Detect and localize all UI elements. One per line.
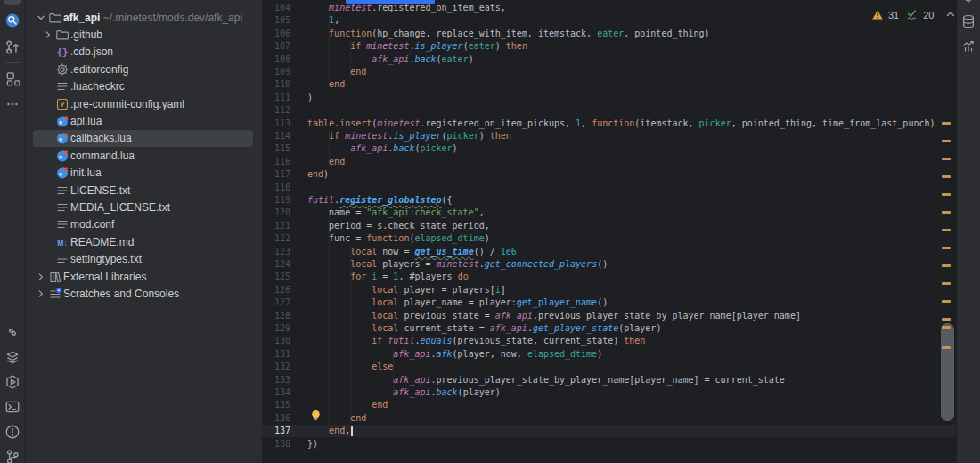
more-tools-icon[interactable] bbox=[4, 96, 20, 112]
tree-item-readme-md[interactable]: M↓README.md bbox=[26, 233, 262, 250]
git-branch-icon[interactable] bbox=[4, 449, 20, 463]
tree-item--luacheckrc[interactable]: .luacheckrc bbox=[26, 78, 262, 95]
tree-item--pre-commit-config-yaml[interactable]: Y.pre-commit-config.yaml bbox=[26, 95, 262, 112]
terminal-icon[interactable] bbox=[4, 399, 20, 415]
tree-item--github[interactable]: .github bbox=[26, 26, 262, 43]
commit-icon[interactable] bbox=[4, 39, 20, 55]
services-layers-icon[interactable] bbox=[4, 349, 20, 365]
project-toolwindow-button[interactable] bbox=[4, 0, 21, 5]
line-number[interactable]: 122 bbox=[262, 232, 290, 245]
line-number[interactable]: 107 bbox=[262, 40, 290, 53]
line-number[interactable]: 134 bbox=[262, 386, 290, 399]
line-number[interactable]: 113 bbox=[262, 118, 290, 130]
line-number[interactable]: 130 bbox=[262, 335, 290, 347]
warning-stripe-mark[interactable] bbox=[942, 193, 951, 196]
tree-item-settingtypes-txt[interactable]: settingtypes.txt bbox=[26, 250, 262, 267]
code-line[interactable]: end bbox=[307, 156, 345, 168]
code-line[interactable]: for i = 1, #players do bbox=[307, 271, 469, 283]
line-number[interactable]: 118 bbox=[262, 182, 290, 194]
code-line[interactable]: end bbox=[307, 66, 366, 78]
line-number[interactable]: 125 bbox=[262, 271, 290, 283]
line-number[interactable]: 138 bbox=[262, 438, 290, 451]
warning-stripe-mark[interactable] bbox=[942, 346, 951, 349]
line-number[interactable]: 129 bbox=[262, 322, 290, 335]
line-number[interactable]: 124 bbox=[262, 258, 290, 271]
tree-item-init-lua[interactable]: init.lua bbox=[26, 165, 262, 182]
ok-count[interactable]: 20 bbox=[923, 10, 935, 20]
error-stripe[interactable] bbox=[939, 0, 957, 463]
warning-stripe-mark[interactable] bbox=[942, 158, 951, 160]
line-number[interactable]: 127 bbox=[262, 296, 290, 309]
tree-item--cdb-json[interactable]: {}.cdb.json bbox=[26, 44, 262, 61]
line-number[interactable]: 104 bbox=[262, 2, 290, 14]
run-hexagon-icon[interactable] bbox=[4, 374, 20, 390]
line-number[interactable]: 108 bbox=[262, 53, 290, 66]
line-number[interactable]: 114 bbox=[262, 130, 290, 142]
warning-stripe-mark[interactable] bbox=[942, 300, 951, 303]
statistics-chart-icon[interactable] bbox=[960, 38, 976, 54]
code-editor[interactable]: 1041051061071081091101111121131141151161… bbox=[262, 0, 957, 463]
code-line[interactable]: afk_api.afk(player, now, elapsed_dtime) bbox=[307, 348, 602, 361]
code-line[interactable]: end, bbox=[307, 425, 350, 437]
intention-bulb-icon[interactable] bbox=[310, 410, 322, 422]
code-line[interactable]: local now = get_us_time() / 1e6 bbox=[307, 246, 517, 258]
notifications-icon[interactable] bbox=[960, 0, 976, 4]
problems-icon[interactable] bbox=[4, 424, 20, 440]
tree-item-mod-conf[interactable]: mod.conf bbox=[26, 216, 262, 233]
tree-item-scratches-and-consoles[interactable]: Scratches and Consoles bbox=[26, 285, 262, 302]
line-number[interactable]: 116 bbox=[262, 156, 290, 168]
line-number[interactable]: 119 bbox=[262, 194, 290, 207]
warning-stripe-mark[interactable] bbox=[942, 211, 951, 214]
code-line[interactable]: if minetest.is_player(eater) then bbox=[307, 40, 527, 53]
code-line[interactable]: 1, bbox=[307, 14, 339, 27]
code-line[interactable]: name = "afk_api:check_state", bbox=[307, 207, 485, 219]
code-line[interactable]: afk_api.back(eater) bbox=[307, 53, 474, 66]
code-line[interactable]: if minetest.is_player(picker) then bbox=[307, 130, 511, 142]
line-number[interactable]: 120 bbox=[262, 207, 290, 219]
tree-item-external-libraries[interactable]: External Libraries bbox=[26, 268, 262, 285]
code-line[interactable]: end) bbox=[307, 168, 329, 181]
warning-stripe-mark[interactable] bbox=[942, 247, 951, 249]
warning-stripe-mark[interactable] bbox=[942, 229, 951, 232]
line-number[interactable]: 136 bbox=[262, 412, 290, 425]
line-number[interactable]: 111 bbox=[262, 92, 290, 104]
chevron-down-icon[interactable] bbox=[35, 11, 47, 25]
line-number[interactable]: 126 bbox=[262, 284, 290, 296]
code-line[interactable]: afk_api.back(player) bbox=[307, 386, 501, 399]
tree-item-license-txt[interactable]: LICENSE.txt bbox=[26, 182, 262, 199]
code-line[interactable]: end bbox=[307, 78, 345, 91]
code-line[interactable]: function(hp_change, replace_with_item, i… bbox=[307, 28, 710, 40]
line-number[interactable]: 121 bbox=[262, 220, 290, 232]
code-line[interactable]: afk_api.back(picker) bbox=[307, 142, 458, 155]
line-number[interactable]: 117 bbox=[262, 168, 290, 181]
warning-stripe-mark[interactable] bbox=[942, 318, 951, 321]
code-line[interactable]: local players = minetest.get_connected_p… bbox=[307, 258, 608, 271]
code-line[interactable]: futil.register_globalstep({ bbox=[307, 194, 453, 207]
search-icon[interactable] bbox=[4, 12, 20, 28]
line-number[interactable]: 112 bbox=[262, 104, 290, 117]
line-number[interactable]: 123 bbox=[262, 246, 290, 258]
structure-icon[interactable] bbox=[4, 70, 20, 86]
code-line[interactable]: ) bbox=[307, 92, 313, 104]
line-number[interactable]: 105 bbox=[262, 14, 290, 27]
code-line[interactable]: local player_name = player:get_player_na… bbox=[307, 296, 608, 309]
warning-stripe-mark[interactable] bbox=[942, 140, 951, 142]
warning-stripe-mark[interactable] bbox=[942, 326, 951, 329]
tree-item-api-lua[interactable]: api.lua bbox=[26, 112, 262, 129]
line-number[interactable]: 106 bbox=[262, 28, 290, 40]
line-number[interactable]: 128 bbox=[262, 310, 290, 322]
warning-stripe-mark[interactable] bbox=[942, 122, 951, 125]
tree-item-afk-api[interactable]: afk_api ~/.minetest/mods.dev/afk_api bbox=[26, 9, 262, 26]
line-number[interactable]: 135 bbox=[262, 399, 290, 411]
warning-stripe-mark[interactable] bbox=[942, 264, 951, 267]
code-line[interactable]: table.insert(minetest.registered_on_item… bbox=[307, 118, 935, 130]
code-line[interactable]: local player = players[i] bbox=[307, 284, 506, 296]
line-number[interactable]: 109 bbox=[262, 66, 290, 78]
tree-item-callbacks-lua[interactable]: callbacks.lua bbox=[26, 130, 262, 147]
code-line[interactable]: local previous_state = afk_api.previous_… bbox=[307, 310, 801, 322]
warning-count[interactable]: 31 bbox=[888, 10, 901, 20]
code-line[interactable]: local current_state = afk_api.get_player… bbox=[307, 322, 661, 335]
line-number[interactable]: 137 bbox=[262, 425, 290, 437]
line-number[interactable]: 131 bbox=[262, 348, 290, 361]
chevron-right-icon[interactable] bbox=[42, 28, 54, 42]
